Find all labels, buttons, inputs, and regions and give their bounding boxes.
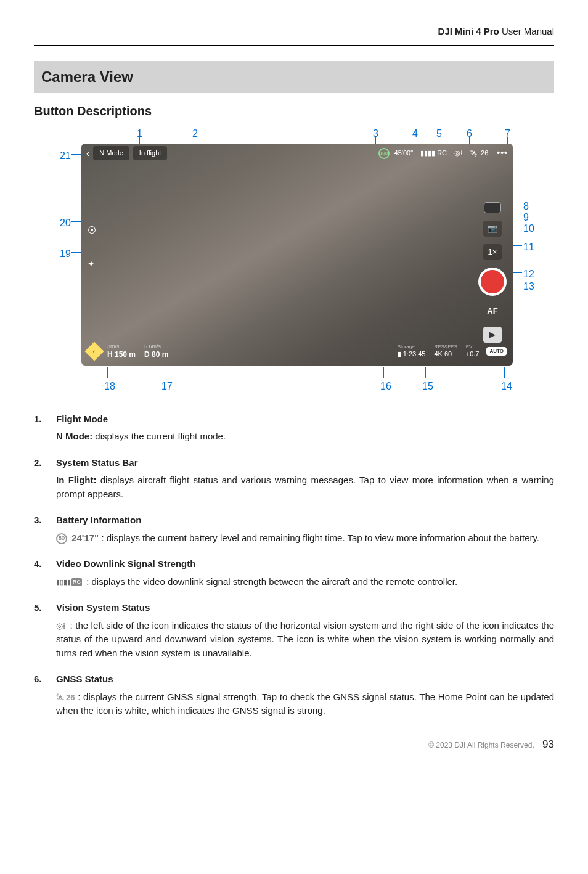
line: [165, 367, 165, 378]
callout-15: 15: [422, 379, 433, 394]
callout-19: 19: [60, 247, 71, 261]
item-title: Battery Information: [56, 513, 554, 528]
item-flight-mode: Flight Mode N Mode: displays the current…: [34, 412, 554, 444]
quickshot-icon[interactable]: ✦: [88, 258, 96, 271]
signal-bars-icon: ▮▯▮▮RC: [56, 577, 82, 587]
sd-card-icon[interactable]: [484, 202, 501, 213]
body-text: : the left side of the icon indicates th…: [56, 620, 554, 658]
callout-14: 14: [501, 379, 512, 394]
callout-21: 21: [60, 149, 71, 163]
page-number: 93: [542, 738, 554, 750]
obstacle-icon[interactable]: ⦿: [88, 224, 96, 237]
line: [107, 367, 108, 378]
gnss-count: 26: [66, 693, 75, 702]
vertical-speed: 3m/s: [107, 343, 136, 350]
item-title: Vision System Status: [56, 601, 554, 615]
page-footer: © 2023 DJI All Rights Reserved. 93: [34, 737, 554, 753]
item-body: 🛰26 : displays the current GNSS signal s…: [56, 690, 554, 718]
camera-switch-icon[interactable]: 📷: [483, 221, 502, 237]
line: [383, 367, 384, 378]
distance: D 80 m: [144, 350, 168, 359]
item-title: GNSS Status: [56, 672, 554, 687]
zoom-indicator[interactable]: 1×: [483, 244, 502, 260]
item-body: N Mode: displays the current flight mode…: [56, 430, 554, 444]
horizontal-speed: 5.6m/s: [144, 343, 168, 350]
ev-info[interactable]: EV +0.7: [466, 344, 480, 358]
camera-view-screenshot: ‹ N Mode In flight 100 45'00" ▮▮▮▮ RC ◎⁞…: [81, 144, 513, 366]
gnss-count: 26: [481, 148, 488, 158]
camera-view-diagram: 1 2 3 4 5 6 7 8 9 10 11 12 13 14 15 16 1…: [35, 126, 553, 398]
callout-18: 18: [104, 379, 115, 394]
storage-label: Storage: [398, 344, 415, 350]
callout-11: 11: [523, 240, 534, 255]
item-body: 80 24'17" : displays the current battery…: [56, 531, 554, 545]
item-body: In Flight: displays aircraft flight stat…: [56, 473, 554, 501]
callout-17: 17: [161, 379, 173, 394]
satellite-icon: 🛰: [56, 692, 64, 704]
item-title: Flight Mode: [56, 412, 554, 427]
item-system-status: System Status Bar In Flight: displays ai…: [34, 456, 554, 502]
battery-time-label: 24'17": [69, 533, 99, 543]
vision-system-icon[interactable]: ◎⁞: [454, 148, 463, 158]
signal-bars-icon[interactable]: ▮▮▮▮ RC: [420, 148, 447, 158]
battery-ring-icon[interactable]: 100: [378, 148, 390, 159]
storage-info[interactable]: Storage ▮ 1:23:45: [398, 344, 426, 358]
body-prefix: N Mode:: [56, 431, 92, 441]
storage-value: ▮ 1:23:45: [398, 350, 426, 358]
more-menu-icon[interactable]: •••: [497, 147, 508, 160]
body-text: : displays the video downlink signal str…: [84, 576, 457, 587]
callout-20: 20: [60, 216, 71, 231]
callout-16: 16: [380, 379, 391, 394]
description-list: Flight Mode N Mode: displays the current…: [34, 412, 554, 718]
item-vision-system: Vision System Status ◎⁞ : the left side …: [34, 601, 554, 660]
body-text: displays the current flight mode.: [92, 431, 226, 441]
item-battery-info: Battery Information 80 24'17" : displays…: [34, 513, 554, 545]
altitude: H 150 m: [107, 350, 136, 359]
system-status-bar[interactable]: In flight: [133, 146, 167, 160]
body-text: : displays the current battery level and…: [99, 533, 539, 543]
camera-bottombar: ‹ 3m/s H 150 m 5.6m/s D 80 m Storage ▮ 1…: [81, 337, 513, 366]
page-header: DJI Mini 4 Pro User Manual: [34, 25, 554, 46]
right-toolbar: 📷 1× AF ▶: [478, 202, 507, 343]
shutter-button[interactable]: [478, 268, 507, 296]
body-text: displays aircraft flight status and vari…: [56, 475, 554, 499]
auto-badge[interactable]: AUTO: [486, 347, 507, 356]
subheading: Button Descriptions: [34, 102, 554, 120]
item-body: ◎⁞ : the left side of the icon indicates…: [56, 619, 554, 661]
product-name: DJI Mini 4 Pro: [438, 26, 499, 36]
ev-value: +0.7: [466, 350, 480, 358]
item-title: Video Downlink Signal Strength: [56, 557, 554, 571]
callout-13: 13: [523, 279, 534, 294]
home-point-icon[interactable]: ‹: [84, 341, 104, 361]
line: [425, 367, 426, 378]
copyright: © 2023 DJI All Rights Reserved.: [428, 741, 534, 749]
resfps-info[interactable]: RES&FPS 4K 60: [434, 344, 457, 358]
telemetry-height: 3m/s H 150 m: [107, 343, 136, 359]
body-text: : displays the current GNSS signal stren…: [56, 692, 554, 716]
item-video-downlink: Video Downlink Signal Strength ▮▯▮▮RC : …: [34, 557, 554, 589]
resfps-label: RES&FPS: [434, 344, 457, 350]
vision-system-icon: ◎⁞: [56, 620, 65, 632]
camera-topbar: ‹ N Mode In flight 100 45'00" ▮▮▮▮ RC ◎⁞…: [81, 144, 513, 163]
body-prefix: In Flight:: [56, 475, 96, 485]
telemetry-distance: 5.6m/s D 80 m: [144, 343, 168, 359]
back-icon[interactable]: ‹: [86, 146, 89, 161]
manual-label: User Manual: [502, 26, 554, 36]
item-title: System Status Bar: [56, 456, 554, 470]
section-heading: Camera View: [34, 61, 554, 93]
battery-time: 45'00": [394, 148, 413, 158]
item-gnss-status: GNSS Status 🛰26 : displays the current G…: [34, 672, 554, 718]
gnss-icon[interactable]: 🛰: [470, 148, 477, 158]
af-indicator[interactable]: AF: [483, 303, 502, 319]
flight-mode-indicator[interactable]: N Mode: [93, 146, 129, 160]
callout-10: 10: [523, 221, 534, 236]
left-toolbar: ⦿ ✦: [88, 224, 96, 271]
line: [504, 367, 505, 378]
item-body: ▮▯▮▮RC : displays the video downlink sig…: [56, 575, 554, 589]
battery-ring-icon: 80: [56, 533, 67, 544]
ev-label: EV: [466, 344, 473, 350]
resfps-value: 4K 60: [434, 350, 452, 358]
